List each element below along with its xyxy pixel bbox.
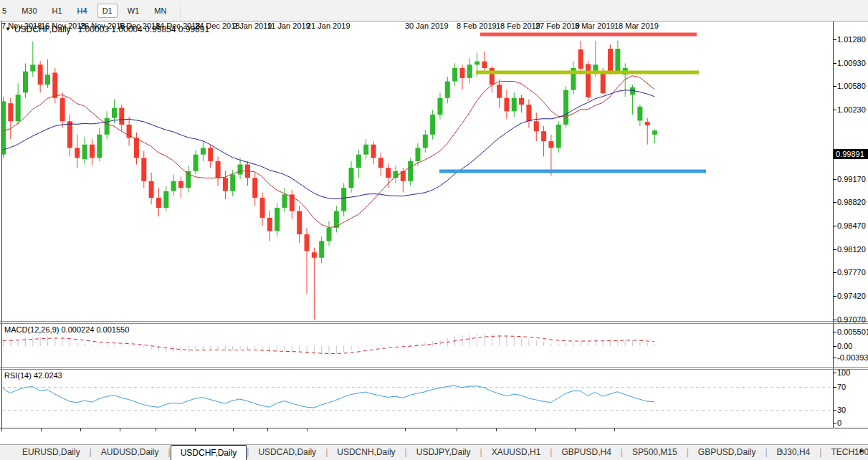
chart-tab-sp500[interactable]: SP500,M15 xyxy=(623,445,687,460)
bull-candle xyxy=(408,161,413,181)
bear-candle xyxy=(541,131,546,141)
timeframe-button-d1[interactable]: D1 xyxy=(97,4,118,18)
macd-axis-label: 0.00 xyxy=(837,342,852,350)
chart-tab-xauusd[interactable]: XAUUSD,H1 xyxy=(482,445,550,460)
price-axis-label: 0.97420 xyxy=(837,292,866,300)
chart-ohlc: 1.00003 1.00004 0.99854 0.99891 xyxy=(78,24,210,34)
timeframe-button-w1[interactable]: W1 xyxy=(123,4,145,18)
bull-candle xyxy=(30,64,35,71)
bull-candle xyxy=(171,181,176,191)
macd-pane xyxy=(3,333,655,355)
bull-candle xyxy=(82,145,87,159)
bull-candle xyxy=(356,155,361,168)
date-axis-label: 27 Feb 2019 xyxy=(535,21,580,30)
timeframe-button-h4[interactable]: H4 xyxy=(72,4,92,18)
bull-candle xyxy=(319,241,324,257)
bull-candle xyxy=(512,98,517,112)
bear-candle xyxy=(52,72,57,97)
chart-tab-dj30[interactable]: DJ30,H4 xyxy=(768,445,820,460)
rsi-line xyxy=(3,385,654,408)
bear-candle xyxy=(297,211,302,235)
bull-candle xyxy=(45,75,50,85)
bear-candle xyxy=(608,49,613,72)
bear-candle xyxy=(260,198,265,218)
bull-candle xyxy=(282,194,287,208)
timeframe-button-m30[interactable]: M30 xyxy=(16,4,42,18)
tab-scroll-left-icon[interactable]: ◄ xyxy=(777,447,783,454)
bull-candle xyxy=(430,115,435,135)
bear-candle xyxy=(267,218,272,231)
price-axis-label: 0.98820 xyxy=(837,198,866,206)
date-axis-label: 18 Mar 2019 xyxy=(614,21,659,30)
bear-candle xyxy=(312,252,317,257)
bull-candle xyxy=(163,191,168,208)
bear-candle xyxy=(178,181,183,188)
price-axis-label: 0.97070 xyxy=(837,315,866,324)
bull-candle xyxy=(275,208,280,231)
timeframe-button-h1[interactable]: H1 xyxy=(47,4,67,18)
chart-tab-gbpusd[interactable]: GBPUSD,H4 xyxy=(552,445,620,460)
rsi-pane xyxy=(2,385,833,411)
macd-axis-label: 0.005501 xyxy=(837,327,868,336)
bear-candle xyxy=(386,168,391,178)
chart-tab-eurusd[interactable]: EURUSD,Daily xyxy=(13,445,90,460)
bear-candle xyxy=(38,64,43,85)
bull-candle xyxy=(467,64,472,78)
bear-candle xyxy=(548,141,553,148)
date-axis-label: 8 Feb 2019 xyxy=(457,21,497,30)
chart-tab-audusd[interactable]: AUDUSD,Daily xyxy=(92,445,168,460)
mt4-window: 5M30H1H4D1W1MN ▼USDCHF,Daily1.00003 1.00… xyxy=(0,0,868,460)
bull-candle xyxy=(349,168,354,188)
bull-candle xyxy=(16,95,21,121)
bear-candle xyxy=(134,138,139,158)
timeframe-button-mn[interactable]: MN xyxy=(149,4,171,18)
chart-tab-usdcnh[interactable]: USDCNH,Daily xyxy=(328,445,404,460)
bull-candle xyxy=(238,165,243,175)
bear-candle xyxy=(504,98,509,112)
price-axis-label: 1.00930 xyxy=(837,59,866,67)
bear-candle xyxy=(67,121,72,148)
bull-candle xyxy=(563,90,568,125)
bull-candle xyxy=(593,64,598,71)
price-axis-label: 0.99170 xyxy=(837,175,866,183)
bear-candle xyxy=(534,121,539,131)
macd-label: MACD(12,26,9) 0.000224 0.001550 xyxy=(4,325,129,334)
bear-candle xyxy=(526,105,531,121)
bull-candle xyxy=(445,82,450,98)
bear-candle xyxy=(156,198,161,208)
bear-candle xyxy=(252,178,257,198)
chart-area[interactable]: ▼USDCHF,Daily1.00003 1.00004 0.99854 0.9… xyxy=(0,21,868,443)
chart-dropdown-icon[interactable]: ▼ xyxy=(5,26,11,32)
timeframe-button-5[interactable]: 5 xyxy=(0,4,11,18)
rsi-axis-label: 0 xyxy=(837,418,841,427)
chart-tab-usdcad[interactable]: USDCAD,Daily xyxy=(249,445,325,460)
date-axis-label: 30 Jan 2019 xyxy=(405,21,449,30)
bull-candle xyxy=(415,148,420,161)
bear-candle xyxy=(119,108,124,125)
tab-scroll-right-icon[interactable]: ► xyxy=(859,447,865,454)
chart-tab-usdjpy[interactable]: USDJPY,Daily xyxy=(407,445,480,460)
price-chart-svg[interactable] xyxy=(0,21,868,443)
bull-candle xyxy=(363,145,368,155)
bear-candle xyxy=(490,68,495,85)
rsi-axis-label: 100 xyxy=(837,368,850,377)
bull-candle xyxy=(423,135,428,148)
bull-candle xyxy=(652,130,657,135)
bull-candle xyxy=(97,135,102,158)
macd-values: 0.000224 0.001550 xyxy=(61,325,129,334)
date-axis-label: 8 Mar 2019 xyxy=(575,21,615,30)
chart-tab-usdchf[interactable]: USDCHF,Daily xyxy=(171,445,247,460)
bear-candle xyxy=(141,158,146,181)
date-axis-label: 18 Feb 2019 xyxy=(496,21,540,30)
rsi-label: RSI(14) 42.0243 xyxy=(4,371,62,380)
bull-candle xyxy=(615,49,620,72)
bull-candle xyxy=(452,68,457,82)
bear-candle xyxy=(90,145,95,158)
date-axis-label: 2 Jan 2019 xyxy=(233,21,272,30)
current-price-tag: 0.99891 xyxy=(834,149,868,159)
rsi-axis-label: 70 xyxy=(837,383,846,391)
chart-tab-gbpusd[interactable]: GBPUSD,Daily xyxy=(689,445,766,460)
price-axis-label: 1.01280 xyxy=(837,35,866,44)
chart-tab-bar: EURUSD,Daily|AUDUSD,Daily|USDCHF,Daily|U… xyxy=(0,444,868,460)
bear-candle xyxy=(216,161,221,178)
